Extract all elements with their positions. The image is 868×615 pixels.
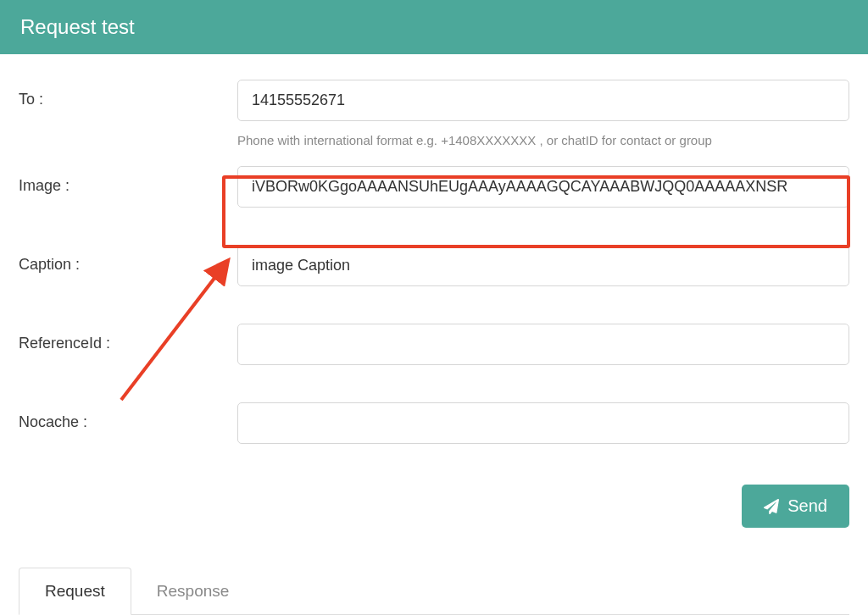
send-button-label: Send	[787, 496, 827, 516]
button-row: Send	[0, 459, 868, 528]
tabs: Request Response	[19, 568, 849, 615]
page-title: Request test	[20, 15, 135, 38]
image-label: Image :	[19, 166, 237, 195]
caption-input[interactable]	[237, 245, 849, 286]
referenceid-input[interactable]	[237, 324, 849, 365]
form-row-image: Image :	[19, 166, 849, 208]
page-header: Request test	[0, 0, 868, 54]
image-input[interactable]	[237, 166, 849, 208]
tab-request[interactable]: Request	[19, 568, 131, 615]
to-input[interactable]	[237, 80, 849, 121]
to-hint: Phone with international format e.g. +14…	[237, 133, 849, 147]
nocache-label: Nocache :	[19, 402, 237, 431]
form-row-to: To :	[19, 80, 849, 121]
referenceid-label: ReferenceId :	[19, 324, 237, 352]
paper-plane-icon	[764, 499, 779, 514]
form-row-referenceid: ReferenceId :	[19, 324, 849, 365]
request-form: To : Phone with international format e.g…	[0, 54, 868, 459]
form-row-nocache: Nocache :	[19, 402, 849, 444]
caption-label: Caption :	[19, 245, 237, 274]
send-button[interactable]: Send	[742, 485, 849, 528]
to-label: To :	[19, 80, 237, 108]
tab-response[interactable]: Response	[131, 568, 255, 614]
form-row-caption: Caption :	[19, 245, 849, 286]
nocache-input[interactable]	[237, 402, 849, 444]
